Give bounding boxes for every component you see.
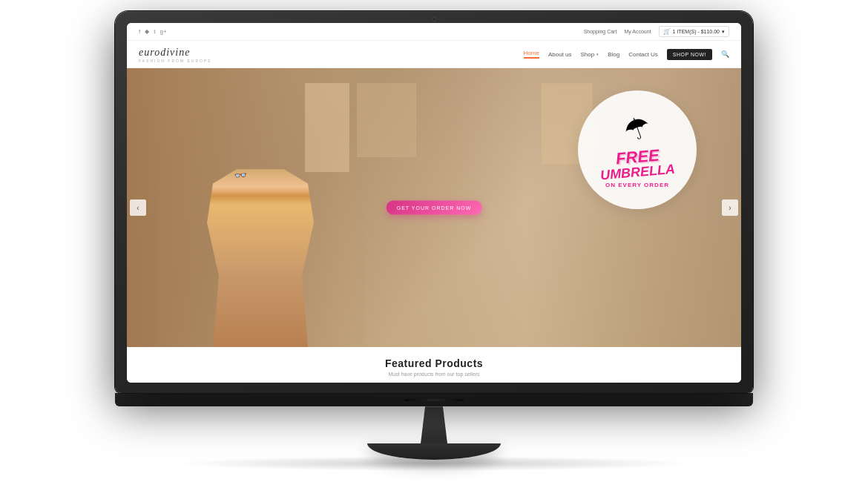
nav-about[interactable]: About us [548, 51, 572, 58]
instagram-icon[interactable]: ◆ [145, 28, 149, 35]
shopping-cart-link[interactable]: Shopping Cart [584, 29, 617, 34]
promo-tagline: ON EVERY ORDER [605, 182, 669, 188]
woman-silhouette [186, 154, 335, 347]
umbrella-icon: ☂ [619, 108, 656, 150]
cart-icon: 🛒 [663, 28, 671, 35]
camera-dot [432, 17, 436, 22]
social-links: f ◆ t g+ [139, 28, 167, 35]
twitter-icon[interactable]: t [154, 28, 155, 35]
building-2 [357, 83, 416, 157]
promo-item-text: UMBRELLA [599, 162, 675, 182]
cart-button[interactable]: 🛒 1 ITEM(S) - $110.00 ▾ [659, 26, 729, 37]
featured-subtitle: Must have products from our top sellers [139, 372, 729, 377]
nav-home[interactable]: Home [524, 50, 539, 59]
promo-badge: ☂ FREE UMBRELLA ON EVERY ORDER [578, 90, 697, 209]
screen-bezel: f ◆ t g+ Shopping Cart My Account 🛒 1 IT… [127, 23, 741, 383]
stand-neck [412, 406, 456, 443]
brand-logo[interactable]: eurodivine FASHION FROM EUROPE [139, 45, 212, 63]
nav-contact[interactable]: Contact Us [628, 51, 658, 58]
hero-cta-button[interactable]: GET YOUR ORDER NOW [387, 201, 482, 215]
hero-section: GET YOUR ORDER NOW ☂ FREE UMBRELLA ON EV… [127, 68, 741, 347]
navbar: eurodivine FASHION FROM EUROPE Home Abou… [127, 41, 741, 68]
hero-next-button[interactable]: › [722, 199, 738, 216]
monitor-chin [115, 393, 753, 406]
top-bar-right: Shopping Cart My Account 🛒 1 ITEM(S) - $… [584, 26, 729, 37]
nav-links: Home About us Shop ▾ Blog Contact Us SHO… [524, 49, 729, 60]
nav-shop[interactable]: Shop [581, 51, 595, 58]
brand-name: eurodivine [139, 47, 190, 58]
hero-prev-button[interactable]: ‹ [130, 199, 146, 216]
my-account-link[interactable]: My Account [624, 29, 651, 34]
featured-section: Featured Products Must have products fro… [127, 347, 741, 383]
cart-count: 1 ITEM(S) - $110.00 [673, 29, 720, 34]
featured-title: Featured Products [139, 357, 729, 369]
monitor-body: f ◆ t g+ Shopping Cart My Account 🛒 1 IT… [115, 11, 753, 393]
search-icon[interactable]: 🔍 [721, 50, 729, 58]
brand-tagline: FASHION FROM EUROPE [139, 59, 212, 63]
hero-woman-figure [157, 68, 364, 347]
monitor-wrapper: f ◆ t g+ Shopping Cart My Account 🛒 1 IT… [100, 11, 768, 471]
screen-content: f ◆ t g+ Shopping Cart My Account 🛒 1 IT… [127, 23, 741, 383]
nav-shop-wrapper: Shop ▾ [581, 51, 599, 58]
facebook-icon[interactable]: f [139, 28, 140, 35]
cart-dropdown-icon: ▾ [722, 29, 725, 35]
shop-now-button[interactable]: SHOP NOW! [667, 49, 712, 60]
nav-blog[interactable]: Blog [608, 51, 619, 58]
monitor-shadow [174, 456, 694, 471]
shop-dropdown-icon: ▾ [596, 52, 599, 56]
top-bar: f ◆ t g+ Shopping Cart My Account 🛒 1 IT… [127, 23, 741, 41]
chin-detail [404, 399, 464, 401]
monitor-stand [367, 406, 501, 460]
googleplus-icon[interactable]: g+ [160, 28, 166, 35]
